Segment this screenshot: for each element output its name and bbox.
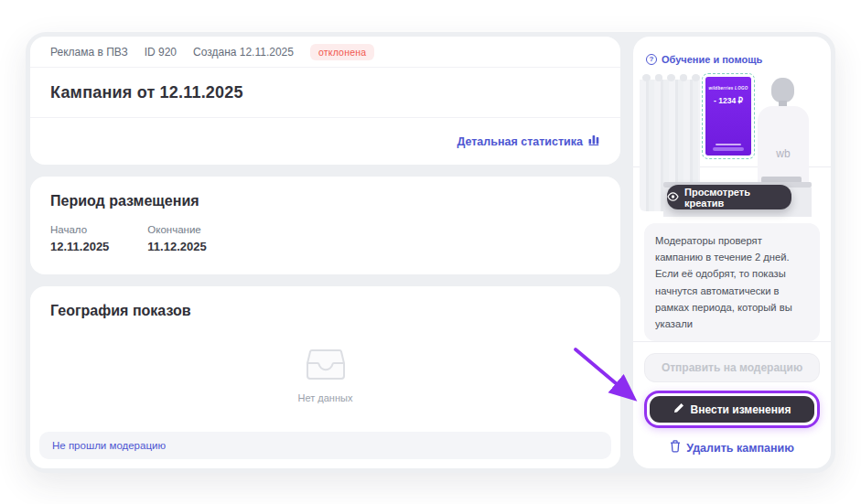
detailed-stats-link[interactable]: Детальная статистика [457, 134, 600, 148]
period-start-value: 12.11.2025 [50, 240, 109, 253]
wb-shirt-label: wb [776, 147, 790, 160]
help-link[interactable]: ? Обучение и помощь [646, 54, 762, 65]
delete-campaign-link[interactable]: Удалить кампанию [670, 440, 794, 456]
trash-icon [670, 440, 681, 456]
delete-row: Удалить кампанию [644, 440, 820, 456]
creative-poster: wildberries LOGO - 1234 ₽ [705, 77, 751, 155]
detailed-stats-label: Детальная статистика [457, 135, 583, 148]
campaign-page: Реклама в ПВЗ ID 920 Создана 12.11.2025 … [26, 32, 835, 473]
period-end: Окончание 11.12.2025 [147, 224, 206, 253]
view-creative-label: Просмотреть креатив [684, 187, 791, 209]
breadcrumb-section: Реклама в ПВЗ [50, 46, 128, 59]
placement-period-card: Период размещения Начало 12.11.2025 Окон… [30, 177, 620, 274]
edit-button-highlight-ring: Внести изменения [644, 391, 820, 428]
help-row: ? Обучение и помощь [633, 37, 831, 69]
bar-chart-icon [588, 134, 600, 148]
page-title: Кампания от 12.11.2025 [50, 83, 243, 102]
failed-moderation-link[interactable]: Не прошли модерацию [52, 440, 166, 451]
campaign-header-card: Реклама в ПВЗ ID 920 Создана 12.11.2025 … [30, 37, 620, 165]
sidebar: ? Обучение и помощь wildberries LOGO - 1… [633, 37, 831, 468]
period-title: Период размещения [50, 193, 600, 209]
delete-campaign-label: Удалить кампанию [686, 442, 794, 455]
edit-campaign-label: Внести изменения [691, 403, 791, 416]
view-creative-button[interactable]: Просмотреть креатив [667, 185, 791, 209]
empty-state-label: Нет данных [298, 392, 353, 403]
send-to-moderation-button[interactable]: Отправить на модерацию [644, 353, 820, 382]
poster-brand-line: wildberries LOGO [708, 86, 748, 91]
eye-icon [667, 192, 679, 203]
period-end-value: 11.12.2025 [147, 240, 206, 253]
period-start: Начало 12.11.2025 [50, 224, 109, 253]
status-badge: отклонена [310, 44, 374, 60]
period-values: Начало 12.11.2025 Окончание 11.12.2025 [50, 224, 600, 253]
creative-illustration: wildberries LOGO - 1234 ₽ wb [633, 69, 831, 167]
main-column: Реклама в ПВЗ ID 920 Создана 12.11.2025 … [30, 37, 620, 468]
period-start-label: Начало [50, 224, 109, 235]
poster-fineprint [705, 144, 751, 155]
geography-card: География показов Нет данных Не прошли м… [30, 286, 620, 468]
seller-head [771, 78, 794, 102]
geography-title: География показов [30, 303, 620, 319]
empty-state: Нет данных [30, 319, 620, 432]
breadcrumb: Реклама в ПВЗ ID 920 Создана 12.11.2025 … [30, 37, 620, 68]
inbox-empty-icon [305, 348, 347, 384]
breadcrumb-created: Создана 12.11.2025 [193, 46, 294, 59]
help-link-label: Обучение и помощь [662, 54, 762, 65]
poster-price-line: - 1234 ₽ [714, 96, 743, 105]
title-row: Кампания от 12.11.2025 [30, 68, 620, 118]
breadcrumb-id: ID 920 [145, 46, 177, 59]
moderation-bar: Не прошли модерацию [39, 432, 611, 459]
moderation-info-box: Модераторы проверят кампанию в течение 2… [644, 223, 820, 341]
period-end-label: Окончание [147, 224, 206, 235]
question-circle-icon: ? [646, 54, 657, 65]
edit-campaign-button[interactable]: Внести изменения [650, 396, 814, 423]
stats-row: Детальная статистика [30, 118, 620, 165]
sidebar-actions: Отправить на модерацию Внести изменения [633, 341, 831, 468]
pencil-icon [673, 402, 684, 416]
